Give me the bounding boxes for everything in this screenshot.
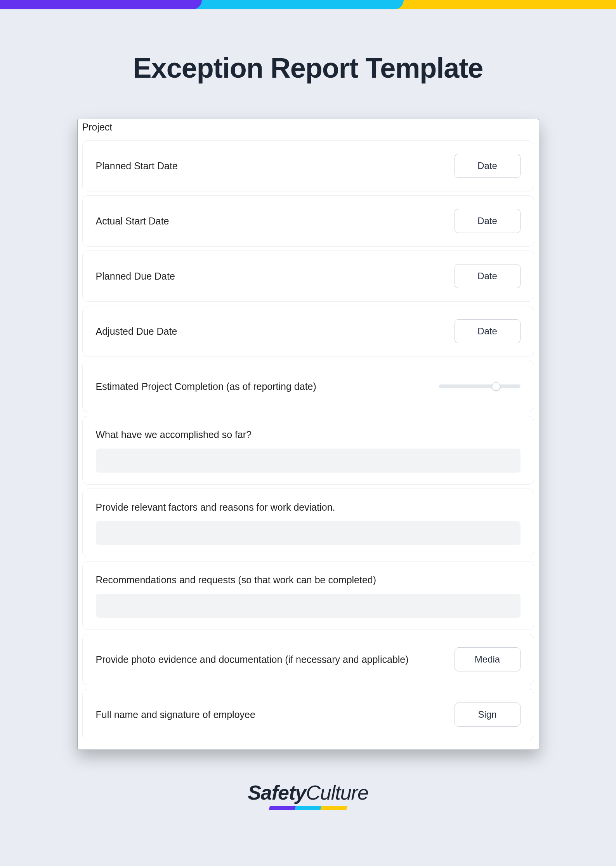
sign-button[interactable]: Sign — [455, 703, 521, 727]
logo-bold: Safety — [248, 781, 306, 804]
field-label: Full name and signature of employee — [96, 708, 263, 722]
text-input[interactable] — [96, 521, 521, 545]
logo-underline — [269, 806, 347, 810]
field-label: Estimated Project Completion (as of repo… — [96, 380, 324, 393]
field-deviation: Provide relevant factors and reasons for… — [82, 489, 534, 557]
field-completion: Estimated Project Completion (as of repo… — [82, 361, 534, 412]
field-planned-start: Planned Start Date Date — [82, 140, 534, 191]
field-label: Actual Start Date — [96, 214, 177, 228]
field-label: Provide photo evidence and documentation… — [96, 653, 416, 666]
field-planned-due: Planned Due Date Date — [82, 250, 534, 302]
bar-purple — [0, 0, 202, 9]
logo-thin: Culture — [306, 781, 368, 804]
field-label: What have we accomplished so far? — [96, 428, 521, 442]
field-label: Recommendations and requests (so that wo… — [96, 573, 521, 587]
form-panel: Project Planned Start Date Date Actual S… — [77, 119, 539, 750]
logo-text: SafetyCulture — [248, 781, 368, 804]
text-input[interactable] — [96, 449, 521, 473]
footer-logo: SafetyCulture — [0, 781, 616, 810]
field-recommendations: Recommendations and requests (so that wo… — [82, 561, 534, 630]
date-button[interactable]: Date — [455, 154, 521, 178]
field-label: Provide relevant factors and reasons for… — [96, 501, 521, 514]
date-button[interactable]: Date — [455, 264, 521, 288]
field-accomplished: What have we accomplished so far? — [82, 416, 534, 485]
top-color-bar — [0, 0, 616, 9]
field-signature: Full name and signature of employee Sign — [82, 689, 534, 740]
page-title: Exception Report Template — [0, 52, 616, 84]
underline-yellow — [321, 806, 347, 810]
underline-purple — [269, 806, 295, 810]
field-adjusted-due: Adjusted Due Date Date — [82, 306, 534, 357]
field-label: Planned Start Date — [96, 159, 186, 173]
date-button[interactable]: Date — [455, 319, 521, 343]
completion-slider[interactable] — [439, 384, 521, 388]
field-actual-start: Actual Start Date Date — [82, 195, 534, 247]
field-evidence: Provide photo evidence and documentation… — [82, 634, 534, 685]
slider-track — [439, 384, 521, 388]
underline-cyan — [295, 806, 321, 810]
field-label: Planned Due Date — [96, 270, 183, 283]
slider-thumb[interactable] — [492, 382, 500, 391]
section-header: Project — [78, 119, 539, 136]
text-input[interactable] — [96, 594, 521, 618]
field-label: Adjusted Due Date — [96, 325, 185, 338]
date-button[interactable]: Date — [455, 209, 521, 233]
media-button[interactable]: Media — [455, 647, 521, 671]
